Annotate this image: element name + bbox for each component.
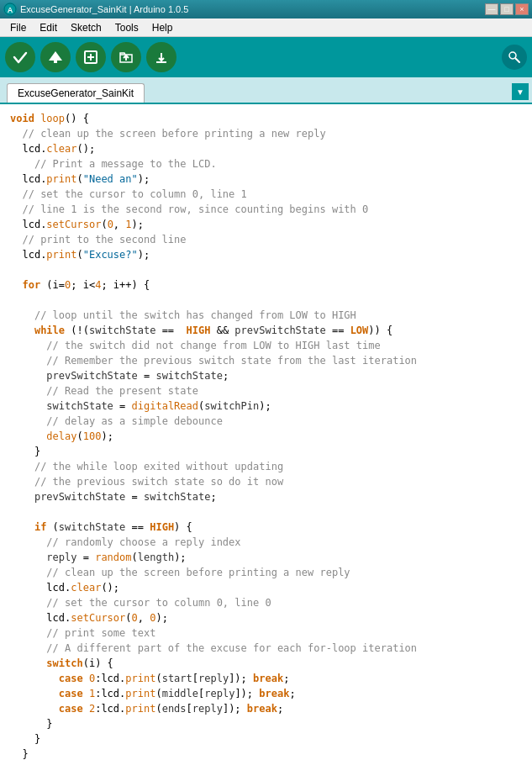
upload-button[interactable] [40,42,71,72]
window-controls[interactable]: — □ × [485,3,529,15]
svg-marker-2 [49,51,62,61]
app-logo: A [3,3,17,16]
open-button[interactable] [111,42,141,72]
window-title: ExcuseGenerator_SainKit | Arduino 1.0.5 [20,4,188,14]
toolbar [0,37,532,77]
code-editor[interactable]: void loop() { // clean up the screen bef… [0,104,532,760]
close-button[interactable]: × [515,3,529,15]
new-button[interactable] [76,42,106,72]
svg-text:A: A [8,6,13,14]
tab-main[interactable]: ExcuseGenerator_SainKit [7,83,145,103]
tab-label: ExcuseGenerator_SainKit [18,87,134,99]
verify-button[interactable] [5,42,35,72]
svg-rect-3 [54,60,57,63]
minimize-button[interactable]: — [485,3,498,15]
search-button[interactable] [502,45,527,70]
code-content: void loop() { // clean up the screen bef… [10,111,522,760]
tab-dropdown-button[interactable]: ▼ [512,83,529,100]
menu-edit[interactable]: Edit [33,20,64,35]
title-bar: A ExcuseGenerator_SainKit | Arduino 1.0.… [0,0,532,18]
menu-help[interactable]: Help [145,20,180,35]
menu-file[interactable]: File [3,20,33,35]
maximize-button[interactable]: □ [500,3,514,15]
title-bar-left: A ExcuseGenerator_SainKit | Arduino 1.0.… [3,3,188,16]
tab-bar: ExcuseGenerator_SainKit ▼ [0,77,532,104]
menu-sketch[interactable]: Sketch [64,20,108,35]
svg-line-11 [516,59,520,63]
menu-bar: File Edit Sketch Tools Help [0,18,532,37]
menu-tools[interactable]: Tools [108,20,145,35]
save-button[interactable] [146,42,176,72]
